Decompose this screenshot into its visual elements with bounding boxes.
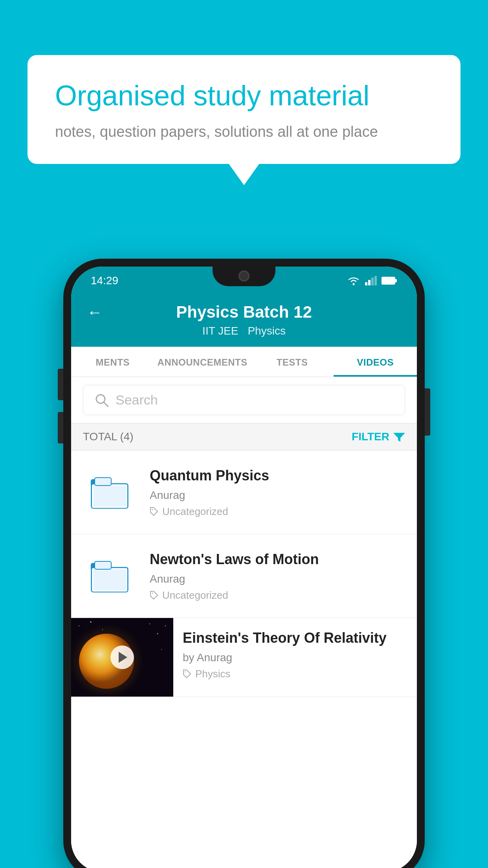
svg-point-23 (79, 625, 79, 626)
phone-camera (238, 270, 250, 281)
video-info-einstein: Einstein's Theory Of Relativity by Anura… (173, 618, 417, 691)
play-button[interactable] (110, 645, 134, 669)
app-bar-row: ← Physics Batch 12 (87, 303, 401, 322)
video-title: Einstein's Theory Of Relativity (183, 629, 407, 647)
bubble-subtitle: notes, question papers, solutions all at… (55, 123, 433, 140)
app-bar-tag-physics: Physics (248, 325, 285, 337)
video-author: Anurag (150, 573, 405, 585)
svg-point-21 (152, 593, 153, 594)
screen-content: 14:29 (71, 267, 417, 868)
tab-videos[interactable]: VIDEOS (334, 347, 417, 377)
tab-tests[interactable]: TESTS (251, 347, 334, 377)
svg-rect-3 (371, 278, 374, 285)
wifi-icon (347, 276, 360, 286)
folder-thumbnail-newton (83, 548, 138, 603)
speech-bubble: Organised study material notes, question… (28, 55, 460, 164)
video-tag: Physics (183, 668, 407, 680)
video-thumbnail-einstein (71, 618, 173, 697)
video-info-newton: Newton's Laws of Motion Anurag Uncategor… (150, 550, 405, 601)
side-button-volume-up (58, 369, 63, 400)
tag-icon (150, 507, 159, 516)
battery-icon (382, 276, 397, 285)
phone-frame: 14:29 (63, 259, 425, 868)
svg-rect-4 (374, 276, 377, 285)
video-info-quantum: Quantum Physics Anurag Uncategorized (150, 467, 405, 518)
status-time: 14:29 (91, 274, 118, 287)
play-triangle-icon (119, 652, 127, 663)
back-button[interactable]: ← (87, 303, 103, 321)
filter-button[interactable]: FILTER (352, 430, 405, 443)
svg-rect-1 (365, 282, 367, 285)
svg-marker-9 (393, 433, 405, 442)
total-count: TOTAL (4) (83, 430, 134, 443)
tab-ments[interactable]: MENTS (71, 347, 154, 377)
video-author: Anurag (150, 489, 405, 502)
svg-point-34 (185, 671, 186, 673)
svg-rect-13 (93, 485, 126, 507)
svg-point-28 (165, 625, 166, 626)
video-title: Newton's Laws of Motion (150, 550, 405, 569)
svg-point-15 (152, 509, 153, 510)
folder-icon (91, 474, 130, 510)
search-icon (94, 393, 109, 408)
svg-rect-14 (95, 478, 111, 485)
side-button-volume-down (58, 412, 63, 443)
tag-icon (183, 669, 192, 679)
video-tag: Uncategorized (150, 589, 405, 601)
search-input-placeholder: Search (116, 392, 158, 408)
app-bar-title: Physics Batch 12 (176, 303, 312, 322)
svg-rect-5 (382, 277, 395, 284)
svg-point-26 (149, 623, 150, 624)
tab-bar: MENTS ANNOUNCEMENTS TESTS VIDEOS (71, 347, 417, 377)
speech-bubble-wrapper: Organised study material notes, question… (28, 55, 460, 164)
tag-icon (150, 590, 159, 600)
app-bar-tag-iitjee: IIT JEE (202, 325, 238, 337)
phone-screen: 14:29 (71, 267, 417, 868)
svg-rect-2 (368, 280, 371, 285)
video-title: Quantum Physics (150, 467, 405, 485)
svg-rect-19 (93, 569, 126, 590)
svg-rect-6 (395, 279, 397, 282)
svg-line-8 (104, 402, 108, 406)
status-icons (347, 276, 397, 286)
tab-announcements[interactable]: ANNOUNCEMENTS (154, 347, 251, 377)
bubble-title: Organised study material (55, 79, 433, 112)
filter-icon (393, 431, 405, 443)
video-tag: Uncategorized (150, 506, 405, 518)
video-author: by Anurag (183, 651, 407, 664)
svg-rect-20 (95, 561, 111, 569)
list-item[interactable]: Newton's Laws of Motion Anurag Uncategor… (71, 534, 417, 618)
side-button-power (425, 388, 430, 436)
list-item[interactable]: Quantum Physics Anurag Uncategorized (71, 451, 417, 534)
app-bar-subtitle: IIT JEE Physics (202, 325, 286, 337)
search-bar-container: Search (71, 377, 417, 423)
folder-thumbnail-quantum (83, 465, 138, 520)
filter-row: TOTAL (4) FILTER (71, 423, 417, 451)
list-item[interactable]: Einstein's Theory Of Relativity by Anura… (71, 618, 417, 697)
svg-point-0 (353, 283, 355, 285)
phone-outer: 14:29 (63, 259, 425, 868)
svg-point-31 (161, 649, 162, 650)
svg-point-24 (90, 622, 92, 623)
video-list: Quantum Physics Anurag Uncategorized (71, 451, 417, 868)
phone-notch (213, 267, 275, 286)
app-bar: ← Physics Batch 12 IIT JEE Physics (71, 295, 417, 347)
search-bar[interactable]: Search (83, 385, 405, 415)
signal-icon (365, 276, 377, 285)
folder-icon (91, 558, 130, 594)
svg-point-27 (157, 633, 158, 634)
